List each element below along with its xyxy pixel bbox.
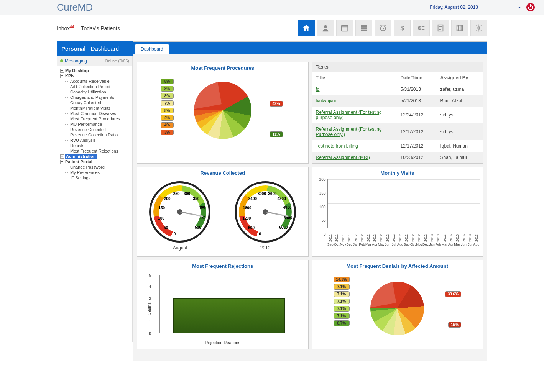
tree-kpi-item[interactable]: Monthly Patient Visits <box>57 105 132 111</box>
tree-kpi-item[interactable]: Most Frequent Procedures <box>57 116 132 121</box>
panel-rejections: Most Frequent Rejections Claims 012345 R… <box>137 260 309 349</box>
table-row: Test note from billing12/17/2012Iqbal, N… <box>312 140 483 152</box>
tree-my-desktop[interactable]: +My Desktop <box>57 68 132 73</box>
chevron-down-icon[interactable] <box>518 7 521 8</box>
procedures-pie-chart: 8%8%8%7%5%4%4%3%42%11% <box>140 74 306 147</box>
tree-kpis[interactable]: −KPIs <box>57 73 132 79</box>
tab-bar: Dashboard <box>133 42 487 54</box>
table-row: Referral Assignment (MRI)10/23/2012Shan,… <box>312 152 483 163</box>
brand-logo: CureMD <box>57 2 93 13</box>
tree-kpi-item[interactable]: Most Frequent Rejections <box>57 148 132 154</box>
tree-kpi-item[interactable]: Denials <box>57 143 132 148</box>
power-icon[interactable] <box>526 3 535 11</box>
svg-text:$: $ <box>400 25 404 31</box>
sidebar-title: Personal - Dashboard <box>57 41 133 56</box>
alarm-icon <box>379 24 387 32</box>
tree-kpi-item[interactable]: Revenue Collection Ratio <box>57 132 132 138</box>
tree-kpi-item[interactable]: RVU Analysis <box>57 138 132 143</box>
panel-procedures: Most Frequent Procedures 8%8%8%7%5%4%4%3… <box>137 62 309 164</box>
patient-button[interactable] <box>317 20 334 36</box>
server-icon <box>360 24 368 32</box>
svg-text:$: $ <box>419 26 420 30</box>
money-list-icon: $ <box>417 24 426 32</box>
tree-portal-item[interactable]: My Preferences <box>57 170 132 175</box>
svg-rect-5 <box>361 25 367 27</box>
calendar-button[interactable] <box>336 20 353 36</box>
svg-point-0 <box>324 25 327 28</box>
tree-kpi-item[interactable]: Most Common Diseases <box>57 111 132 116</box>
online-dot-icon <box>60 59 63 62</box>
table-row: fd5/31/2013zafar, uzma <box>312 84 483 95</box>
denials-pie-chart: 14.3%7.1%7.1%7.1%7.1%7.1%0.7%33.6%15% <box>314 272 481 345</box>
svg-rect-6 <box>361 27 367 29</box>
rejections-chart: Claims 012345 Rejection Reasons <box>137 271 308 347</box>
panel-denials: Most Frequent Denials by Affected Amount… <box>312 260 483 349</box>
tree-kpi-item[interactable]: MU Performance <box>57 121 132 127</box>
svg-rect-19 <box>457 25 463 31</box>
tree-portal-item[interactable]: Change Password <box>57 164 132 170</box>
messaging-row[interactable]: Messaging Online (0/65) <box>57 56 133 66</box>
current-date: Friday, August 02, 2013 <box>430 5 478 10</box>
document-icon <box>436 24 445 32</box>
tree-kpi-item[interactable]: Copay Collected <box>57 100 132 105</box>
task-link[interactable]: Referral Assignment (For testing purpose… <box>316 110 382 120</box>
tree-administration[interactable]: +Administration <box>57 154 132 159</box>
gauge-2013: 2013 06001200180024003000360042004800540… <box>235 181 296 243</box>
reminders-button[interactable] <box>375 20 391 36</box>
svg-rect-1 <box>342 26 348 31</box>
tree-kpi-item[interactable]: Capacity Utilization <box>57 89 132 95</box>
svg-rect-7 <box>361 30 367 31</box>
main-area: Dashboard Most Frequent Procedures 8%8%8… <box>133 41 487 361</box>
task-link[interactable]: Referral Assignment (MRI) <box>316 155 370 160</box>
task-link[interactable]: tvukvujvui <box>316 98 336 103</box>
panel-tasks: Tasks Title Date/Time Assigned By fd5/31… <box>312 62 483 164</box>
home-button[interactable] <box>298 20 315 36</box>
tree-patient-portal[interactable]: +Patient Portal <box>57 159 132 164</box>
home-icon <box>302 24 311 32</box>
gauge-august: August 050100150200250300350400450500 <box>149 181 210 243</box>
user-icon <box>321 24 330 32</box>
monthly-visits-chart: 050100150200 2011Sep2011Oct2011Nov2011De… <box>312 177 483 246</box>
documents-button[interactable] <box>432 20 449 36</box>
tree-kpi-item[interactable]: Accounts Receivable <box>57 79 132 84</box>
inbox-link[interactable]: Inbox44 <box>57 25 74 31</box>
sub-bar: Inbox44 Today's Patients $ $ <box>0 15 544 41</box>
messaging-online-count: Online (0/65) <box>105 59 129 63</box>
table-row: Referral Assignment (For testing purpose… <box>312 107 483 123</box>
gear-icon <box>475 24 483 32</box>
top-bar: CureMD Friday, August 02, 2013 <box>0 0 544 15</box>
table-row: tvukvujvui5/21/2013Baig, Afzal <box>312 95 483 107</box>
payments-button[interactable]: $ <box>413 20 430 36</box>
task-link[interactable]: Referral Assignment (For testing Purpose… <box>316 126 382 137</box>
calendar-icon <box>340 24 349 32</box>
settings-button[interactable] <box>470 20 487 36</box>
sidebar: Personal - Dashboard Messaging Online (0… <box>57 41 133 361</box>
tree-kpi-item[interactable]: Revenue Collected <box>57 127 132 132</box>
tree-portal-item[interactable]: IE Settings <box>57 175 132 180</box>
tree-kpi-item[interactable]: Charges and Payments <box>57 95 132 100</box>
tasks-table: Title Date/Time Assigned By fd5/31/2013z… <box>312 72 483 163</box>
panel-revenue: Revenue Collected August 050100150200250… <box>137 167 309 257</box>
billing-button[interactable]: $ <box>394 20 411 36</box>
records-button[interactable] <box>355 20 372 36</box>
media-button[interactable] <box>451 20 468 36</box>
inbox-count-badge: 44 <box>70 25 74 29</box>
toolbar: $ $ <box>298 20 487 36</box>
todays-patients-link[interactable]: Today's Patients <box>81 25 120 31</box>
dollar-icon: $ <box>398 24 406 32</box>
nav-tree: +My Desktop −KPIs Accounts ReceivableA/R… <box>57 66 133 342</box>
tab-dashboard[interactable]: Dashboard <box>135 44 169 54</box>
tree-kpi-item[interactable]: A/R Collection Period <box>57 84 132 89</box>
panel-monthly-visits: Monthly Visits 050100150200 2011Sep2011O… <box>312 167 483 257</box>
svg-point-26 <box>478 27 480 29</box>
task-link[interactable]: fd <box>316 87 320 92</box>
table-row: Referral Assignment (For testing Purpose… <box>312 123 483 140</box>
film-icon <box>455 24 464 32</box>
task-link[interactable]: Test note from billing <box>316 143 358 149</box>
